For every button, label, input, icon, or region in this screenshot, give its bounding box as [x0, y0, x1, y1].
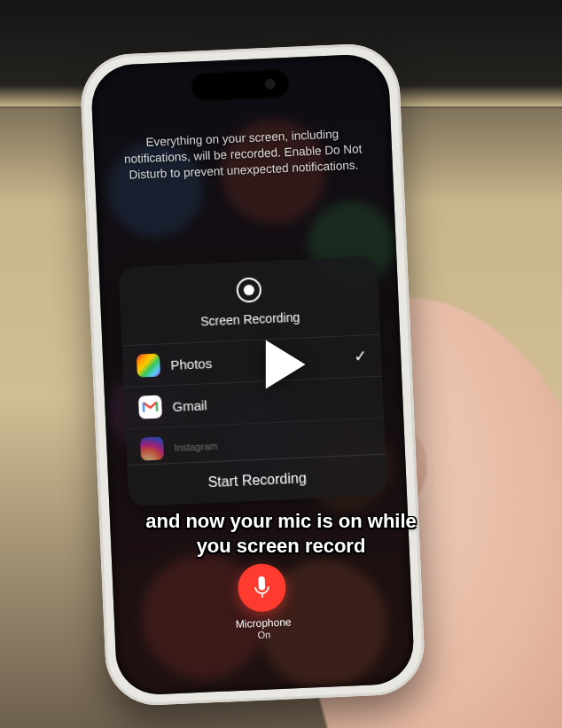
option-label: Instagram	[174, 441, 217, 453]
microphone-icon	[252, 575, 272, 599]
svg-marker-0	[266, 340, 306, 388]
video-frame: Everything on your screen, including not…	[0, 0, 562, 728]
instagram-app-icon	[140, 436, 164, 460]
caption-line-2: you screen record	[197, 535, 366, 557]
recording-warning-text: Everything on your screen, including not…	[120, 125, 366, 184]
gmail-app-icon	[138, 395, 162, 419]
microphone-toggle-group: Microphone On	[112, 557, 412, 646]
video-play-button[interactable]	[243, 326, 319, 403]
photos-app-icon	[137, 354, 160, 378]
checkmark-icon: ✓	[354, 346, 368, 366]
microphone-button[interactable]	[237, 563, 286, 613]
play-icon	[243, 326, 319, 403]
record-icon	[236, 277, 261, 302]
option-label: Photos	[170, 355, 212, 372]
option-label: Gmail	[172, 397, 207, 414]
video-caption: and now your mic is on while you screen …	[0, 509, 562, 560]
dynamic-island	[191, 70, 288, 101]
caption-line-1: and now your mic is on while	[145, 510, 417, 532]
